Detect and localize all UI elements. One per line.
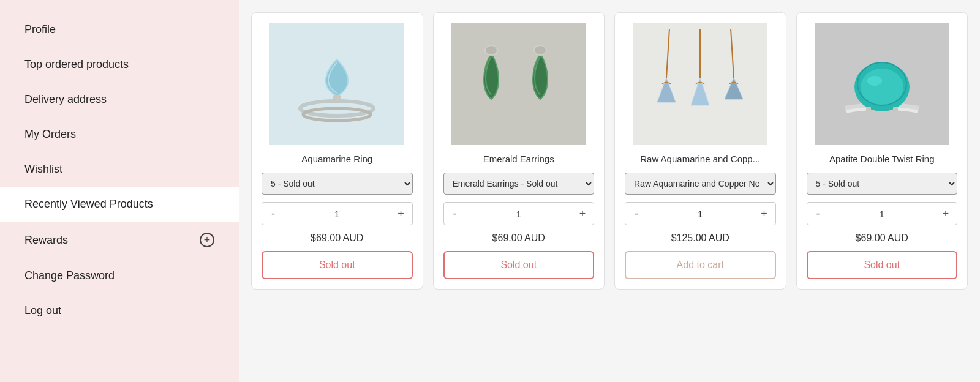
svg-point-16	[861, 69, 903, 105]
sidebar-item-recently-viewed-products[interactable]: Recently Viewed Products	[0, 187, 239, 222]
product-name: Apatite Double Twist Ring	[829, 152, 934, 165]
sidebar-item-rewards[interactable]: Rewards+	[0, 222, 239, 258]
svg-rect-19	[866, 107, 871, 113]
product-name: Aquamarine Ring	[301, 152, 372, 165]
quantity-value: 1	[466, 209, 572, 219]
sidebar-item-delivery-address[interactable]: Delivery address	[0, 82, 239, 117]
plus-circle-icon[interactable]: +	[200, 233, 214, 247]
sidebar-item-top-ordered-products[interactable]: Top ordered products	[0, 47, 239, 82]
quantity-decrease-button[interactable]: -	[625, 203, 647, 225]
svg-point-6	[534, 45, 546, 55]
sold-out-button[interactable]: Sold out	[443, 251, 595, 279]
sidebar-item-wishlist[interactable]: Wishlist	[0, 152, 239, 187]
quantity-control: -1+	[262, 202, 413, 225]
sidebar-item-label: Top ordered products	[24, 58, 129, 71]
product-card-3: Apatite Double Twist Ring5 - Sold out6 -…	[796, 12, 968, 290]
quantity-increase-button[interactable]: +	[390, 203, 412, 225]
main-content: Aquamarine Ring5 - Sold out6 - Sold out7…	[239, 0, 980, 382]
quantity-increase-button[interactable]: +	[571, 203, 594, 225]
quantity-value: 1	[647, 209, 753, 219]
quantity-value: 1	[829, 209, 935, 219]
product-price: $125.00 AUD	[671, 233, 729, 244]
add-to-cart-button[interactable]: Add to cart	[625, 251, 776, 279]
product-price: $69.00 AUD	[492, 233, 545, 244]
sidebar-item-profile[interactable]: Profile	[0, 12, 239, 47]
product-variant-select[interactable]: Emerald Earrings - Sold out	[443, 173, 595, 195]
sidebar-item-label: Profile	[24, 23, 56, 36]
sidebar-item-label: Log out	[24, 304, 61, 317]
product-image-raw-aquamarine-copper	[625, 23, 776, 145]
products-grid: Aquamarine Ring5 - Sold out6 - Sold out7…	[251, 12, 968, 290]
sold-out-button[interactable]: Sold out	[262, 251, 413, 279]
svg-point-5	[485, 45, 497, 55]
quantity-increase-button[interactable]: +	[935, 203, 957, 225]
product-name: Raw Aquamarine and Copp...	[640, 152, 760, 165]
sidebar-item-log-out[interactable]: Log out	[0, 293, 239, 328]
product-card-0: Aquamarine Ring5 - Sold out6 - Sold out7…	[251, 12, 423, 290]
product-card-1: Emerald EarringsEmerald Earrings - Sold …	[433, 12, 605, 290]
product-variant-select[interactable]: Raw Aquamarine and Copper Necklace	[625, 173, 776, 195]
quantity-control: -1+	[443, 202, 595, 225]
sidebar-item-my-orders[interactable]: My Orders	[0, 117, 239, 152]
quantity-decrease-button[interactable]: -	[262, 203, 284, 225]
product-image-emerald-earrings	[443, 23, 595, 145]
svg-rect-2	[333, 95, 341, 101]
sidebar-item-label: My Orders	[24, 128, 76, 141]
quantity-control: -1+	[807, 202, 958, 225]
product-variant-select[interactable]: 5 - Sold out6 - Sold out7 - Sold out	[807, 173, 958, 195]
sidebar-item-change-password[interactable]: Change Password	[0, 258, 239, 293]
sidebar: ProfileTop ordered productsDelivery addr…	[0, 0, 239, 382]
quantity-decrease-button[interactable]: -	[444, 203, 466, 225]
svg-rect-20	[893, 107, 898, 113]
sidebar-item-label: Delivery address	[24, 93, 107, 106]
quantity-decrease-button[interactable]: -	[807, 203, 829, 225]
sidebar-item-label: Recently Viewed Products	[24, 198, 153, 211]
svg-point-17	[867, 76, 882, 86]
product-price: $69.00 AUD	[311, 233, 363, 244]
sidebar-item-label: Rewards	[24, 234, 68, 247]
product-image-aquamarine-ring	[262, 23, 413, 145]
quantity-value: 1	[284, 209, 390, 219]
product-variant-select[interactable]: 5 - Sold out6 - Sold out7 - Sold out	[262, 173, 413, 195]
svg-rect-4	[451, 23, 586, 145]
product-image-apatite-ring	[807, 23, 958, 145]
sidebar-item-label: Wishlist	[24, 163, 62, 176]
sidebar-item-label: Change Password	[24, 269, 115, 282]
product-price: $69.00 AUD	[856, 233, 908, 244]
product-name: Emerald Earrings	[483, 152, 554, 165]
product-card-2: Raw Aquamarine and Copp...Raw Aquamarine…	[614, 12, 786, 290]
quantity-increase-button[interactable]: +	[753, 203, 775, 225]
quantity-control: -1+	[625, 202, 776, 225]
sold-out-button[interactable]: Sold out	[807, 251, 958, 279]
